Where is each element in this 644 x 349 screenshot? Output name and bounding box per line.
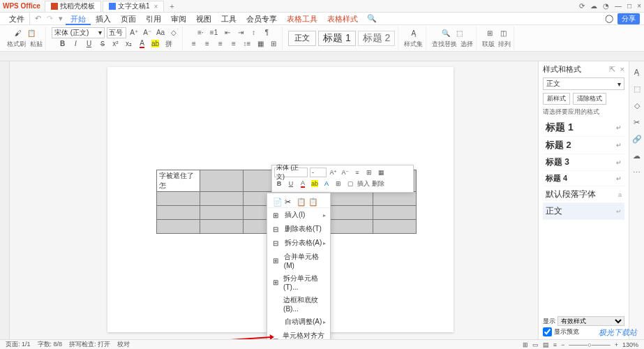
mini-bold-icon[interactable]: B — [274, 179, 284, 188]
zoom-out-icon[interactable]: − — [561, 341, 564, 348]
show-select[interactable]: 有效样式 — [557, 316, 624, 326]
mini-table-icon[interactable]: ⊞ — [364, 168, 374, 177]
close-window-icon[interactable]: × — [637, 2, 641, 10]
style-item-h4[interactable]: 标题 4↵ — [543, 171, 624, 186]
mini-list-icon[interactable]: ≡ — [352, 168, 362, 177]
horizontal-ruler[interactable] — [0, 52, 644, 61]
table-cell[interactable] — [157, 206, 200, 220]
mini-highlight-icon[interactable]: ab — [310, 179, 320, 188]
ctx-paste-icon[interactable]: 📋 — [297, 198, 304, 205]
ctx-split-cells[interactable]: ⊞拆分单元格(T)... — [267, 272, 330, 293]
menu-insert[interactable]: 插入 — [91, 13, 116, 25]
ctx-cut-icon[interactable]: ✂ — [285, 198, 292, 205]
table-cell[interactable] — [200, 206, 244, 220]
underline-icon[interactable]: U — [84, 38, 95, 50]
ctx-paste2-icon[interactable]: 📋 — [308, 198, 316, 205]
cloud-icon[interactable]: ☁ — [590, 2, 597, 10]
number-list-icon[interactable]: ≡1 — [209, 27, 220, 38]
table-cell[interactable] — [157, 192, 200, 206]
styles-menu-icon[interactable]: Ą — [408, 28, 419, 39]
style-heading1[interactable]: 标题 1 — [318, 31, 356, 46]
bell-icon[interactable]: ◔ — [603, 2, 609, 10]
style-item-h3[interactable]: 标题 3↵ — [543, 154, 624, 171]
search-icon[interactable]: 🔍 — [367, 14, 377, 23]
rail-select-icon[interactable]: ⬚ — [632, 84, 642, 94]
menu-review[interactable]: 审阅 — [166, 13, 191, 25]
view-print-icon[interactable]: ⊞ — [523, 341, 528, 348]
menu-table-styles[interactable]: 表格样式 — [322, 13, 363, 25]
panel-pin-icon[interactable]: ⇱ — [609, 65, 615, 73]
arrange-icon[interactable]: ◫ — [497, 28, 509, 39]
table-cell[interactable]: 字被遮住了怎 — [157, 170, 200, 192]
mini-shrink-icon[interactable]: A⁻ — [340, 168, 350, 177]
table-cell[interactable] — [200, 192, 244, 206]
table-cell[interactable] — [330, 206, 373, 220]
mini-shade-icon[interactable]: ▢ — [345, 179, 355, 188]
rail-shape-icon[interactable]: ◇ — [632, 101, 642, 110]
format-brush-icon[interactable]: 🖌 — [13, 28, 24, 39]
border-icon[interactable]: ⊞ — [268, 38, 279, 50]
shading-icon[interactable]: ▦ — [255, 38, 266, 50]
rail-link-icon[interactable]: 🔗 — [632, 134, 642, 144]
change-case-icon[interactable]: Aa — [155, 27, 166, 38]
mini-fontcolor2-icon[interactable]: A — [322, 179, 331, 188]
ctx-copy-icon[interactable]: 📄 — [273, 198, 280, 205]
new-style-button[interactable]: 新样式 — [543, 93, 570, 105]
menu-dropdown[interactable]: ▾ — [56, 14, 66, 23]
ctx-delete-table[interactable]: ⊟删除表格(T) — [267, 222, 330, 236]
layout-icon[interactable]: ⊞ — [484, 28, 495, 39]
grow-font-icon[interactable]: A⁺ — [128, 27, 140, 38]
bullet-list-icon[interactable]: ≡· — [195, 27, 207, 38]
style-item-h2[interactable]: 标题 2↵ — [543, 137, 624, 154]
rail-cloud-icon[interactable]: ☁ — [632, 151, 642, 161]
view-read-icon[interactable]: ▭ — [532, 341, 539, 348]
table-cell[interactable] — [157, 220, 200, 234]
table-cell[interactable] — [200, 170, 244, 192]
status-proof[interactable]: 校对 — [117, 340, 130, 349]
select-icon[interactable]: ⬚ — [454, 28, 465, 39]
subscript-icon[interactable]: x₂ — [123, 38, 135, 50]
menu-table-tools[interactable]: 表格工具 — [282, 13, 322, 25]
table-cell[interactable] — [373, 192, 417, 206]
vertical-ruler[interactable] — [0, 61, 10, 339]
status-words[interactable]: 字数: 8/8 — [38, 340, 63, 349]
indent-left-icon[interactable]: ⇤ — [222, 27, 233, 38]
align-center-icon[interactable]: ≡ — [202, 38, 213, 50]
style-item-h1[interactable]: 标题 1↵ — [543, 119, 624, 137]
view-outline-icon[interactable]: ≡ — [553, 341, 557, 348]
table-cell[interactable] — [373, 206, 417, 220]
table-cell[interactable] — [330, 192, 373, 206]
line-spacing-icon[interactable]: ↕≡ — [241, 38, 253, 50]
tab-templates[interactable]: 找稻壳模板 — [45, 1, 101, 12]
menu-page[interactable]: 页面 — [116, 13, 141, 25]
maximize-icon[interactable]: □ — [627, 2, 631, 10]
paste-icon[interactable]: 📋 — [26, 28, 37, 39]
ctx-insert[interactable]: ⊞插入(I)▸ — [267, 208, 330, 222]
menu-member[interactable]: 会员专享 — [241, 13, 282, 25]
phonetic-icon[interactable]: 拼 — [163, 38, 174, 50]
indent-right-icon[interactable]: ⇥ — [235, 27, 246, 38]
status-page[interactable]: 页面: 1/1 — [6, 340, 31, 349]
menu-tools[interactable]: 工具 — [216, 13, 241, 25]
bold-icon[interactable]: B — [57, 38, 68, 50]
font-size-select[interactable]: 五号 — [107, 27, 126, 38]
sync-icon[interactable]: ⟳ — [579, 2, 585, 10]
table-cell[interactable] — [330, 220, 373, 234]
minimize-icon[interactable]: — — [615, 2, 622, 10]
rail-more-icon[interactable]: ⋯ — [632, 168, 642, 177]
rail-clip-icon[interactable]: ✂ — [632, 117, 642, 127]
font-color-icon[interactable]: A — [137, 38, 148, 50]
highlight-icon[interactable]: ab — [150, 38, 161, 50]
status-spell[interactable]: 拼写检查: 打开 — [69, 340, 110, 349]
new-tab-button[interactable]: + — [170, 2, 174, 10]
clear-format-button[interactable]: 清除格式 — [573, 93, 606, 105]
mini-grow-icon[interactable]: A⁺ — [329, 168, 338, 177]
user-icon[interactable]: ◯ — [605, 14, 613, 23]
ctx-cell-align[interactable]: ⊞单元格对齐方式(G)▸ — [267, 329, 330, 339]
share-button[interactable]: 分享 — [617, 13, 640, 24]
align-left-icon[interactable]: ≡ — [188, 38, 200, 50]
table-cell[interactable] — [200, 220, 244, 234]
mini-size-select[interactable]: - — [310, 168, 327, 177]
zoom-slider[interactable]: ———○——— — [569, 341, 610, 348]
mini-delete-label[interactable]: 删除 — [372, 179, 384, 188]
